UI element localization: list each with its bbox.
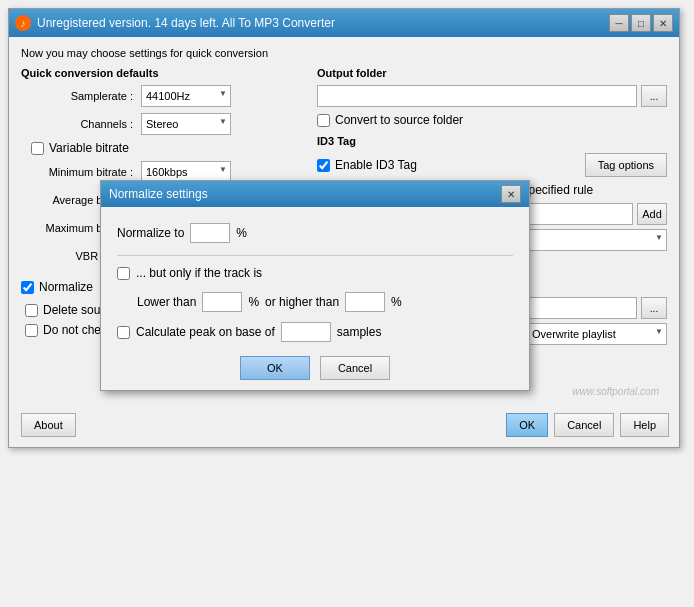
- normalize-to-percent: %: [236, 226, 247, 240]
- normalize-to-label: Normalize to: [117, 226, 184, 240]
- delete-source-checkbox[interactable]: [25, 304, 38, 317]
- minimize-button[interactable]: ─: [609, 14, 629, 32]
- but-only-row: ... but only if the track is: [117, 266, 513, 280]
- cancel-button[interactable]: Cancel: [554, 413, 614, 437]
- enable-id3-label: Enable ID3 Tag: [335, 158, 417, 172]
- channels-label: Channels :: [31, 118, 141, 130]
- about-btn-area: About: [21, 413, 76, 437]
- do-not-check-checkbox[interactable]: [25, 324, 38, 337]
- app-icon: ♪: [15, 15, 31, 31]
- convert-to-source-checkbox[interactable]: [317, 114, 330, 127]
- calc-peak-row: Calculate peak on base of 1000 samples: [117, 322, 513, 342]
- normalize-label: Normalize: [39, 280, 93, 294]
- lower-than-label: Lower than: [137, 295, 196, 309]
- normalize-to-row: Normalize to 96 %: [117, 223, 513, 243]
- convert-to-source-label: Convert to source folder: [335, 113, 463, 127]
- samplerate-label: Samplerate :: [31, 90, 141, 102]
- higher-percent: %: [391, 295, 402, 309]
- normalize-to-input[interactable]: 96: [190, 223, 230, 243]
- playlist-browse-button[interactable]: ...: [641, 297, 667, 319]
- dialog-cancel-button[interactable]: Cancel: [320, 356, 390, 380]
- dialog-content: Normalize to 96 % ... but only if the tr…: [101, 207, 529, 390]
- samplerate-select[interactable]: 44100Hz 8000Hz 11025Hz 22050Hz 48000Hz: [141, 85, 231, 107]
- dialog-buttons: OK Cancel: [117, 356, 513, 380]
- normalize-checkbox-row: Normalize: [21, 280, 93, 294]
- higher-than-input[interactable]: 98: [345, 292, 385, 312]
- channels-row: Channels : Stereo Mono: [21, 113, 301, 135]
- dialog-close-button[interactable]: ✕: [501, 185, 521, 203]
- close-button[interactable]: ✕: [653, 14, 673, 32]
- lower-than-input[interactable]: 91: [202, 292, 242, 312]
- title-bar-left: ♪ Unregistered version. 14 days left. Al…: [15, 15, 335, 31]
- calc-peak-label: Calculate peak on base of: [136, 325, 275, 339]
- maximize-button[interactable]: □: [631, 14, 651, 32]
- divider: [117, 255, 513, 256]
- dialog-ok-button[interactable]: OK: [240, 356, 310, 380]
- normalize-dialog: Normalize settings ✕ Normalize to 96 % .…: [100, 180, 530, 391]
- range-row: Lower than 91 % or higher than 98 %: [117, 292, 513, 312]
- variable-bitrate-label: Variable bitrate: [49, 141, 129, 155]
- or-higher-than-label: or higher than: [265, 295, 339, 309]
- output-folder-title: Output folder: [317, 67, 667, 79]
- samples-label: samples: [337, 325, 382, 339]
- final-buttons: OK Cancel Help: [506, 413, 669, 437]
- normalize-checkbox[interactable]: [21, 281, 34, 294]
- enable-id3-row: Enable ID3 Tag Tag options: [317, 153, 667, 177]
- quick-conversion-title: Quick conversion defaults: [21, 67, 301, 79]
- top-label: Now you may choose settings for quick co…: [21, 47, 667, 59]
- variable-bitrate-row: Variable bitrate: [21, 141, 301, 155]
- enable-id3-checkbox-row: Enable ID3 Tag: [317, 158, 417, 172]
- overwrite-select-wrapper: Overwrite playlist Append to playlist: [527, 323, 667, 345]
- help-button[interactable]: Help: [620, 413, 669, 437]
- lower-percent: %: [248, 295, 259, 309]
- overwrite-select[interactable]: Overwrite playlist Append to playlist: [527, 323, 667, 345]
- id3-title: ID3 Tag: [317, 135, 667, 147]
- but-only-label: ... but only if the track is: [136, 266, 262, 280]
- convert-to-source-row: Convert to source folder: [317, 113, 667, 127]
- samplerate-select-wrapper: 44100Hz 8000Hz 11025Hz 22050Hz 48000Hz: [141, 85, 231, 107]
- output-folder-input[interactable]: [317, 85, 637, 107]
- variable-bitrate-checkbox[interactable]: [31, 142, 44, 155]
- calc-peak-checkbox[interactable]: [117, 326, 130, 339]
- dialog-title-text: Normalize settings: [109, 187, 208, 201]
- calc-peak-input[interactable]: 1000: [281, 322, 331, 342]
- title-bar: ♪ Unregistered version. 14 days left. Al…: [9, 9, 679, 37]
- dialog-title-bar: Normalize settings ✕: [101, 181, 529, 207]
- output-folder-row: ...: [317, 85, 667, 107]
- channels-select[interactable]: Stereo Mono: [141, 113, 231, 135]
- add-button[interactable]: Add: [637, 203, 667, 225]
- ok-button[interactable]: OK: [506, 413, 548, 437]
- output-folder-browse-button[interactable]: ...: [641, 85, 667, 107]
- softportal-watermark: www.softportal.com: [572, 386, 659, 397]
- title-controls: ─ □ ✕: [609, 14, 673, 32]
- but-only-checkbox[interactable]: [117, 267, 130, 280]
- channels-select-wrapper: Stereo Mono: [141, 113, 231, 135]
- samplerate-row: Samplerate : 44100Hz 8000Hz 11025Hz 2205…: [21, 85, 301, 107]
- tag-options-button[interactable]: Tag options: [585, 153, 667, 177]
- about-button[interactable]: About: [21, 413, 76, 437]
- window-title: Unregistered version. 14 days left. All …: [37, 16, 335, 30]
- enable-id3-checkbox[interactable]: [317, 159, 330, 172]
- min-bitrate-label: Minimum bitrate :: [31, 166, 141, 178]
